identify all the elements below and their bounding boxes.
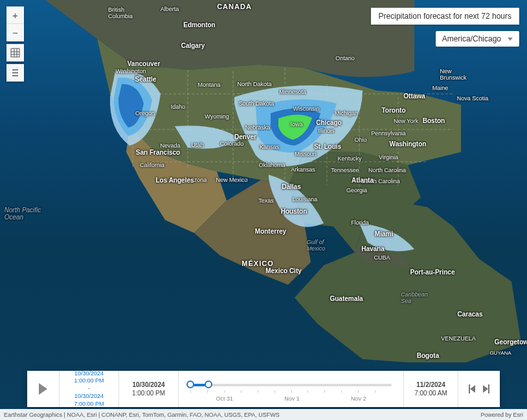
attribution-right: Powered by Esri [480,412,523,418]
toolbar: + − [6,6,24,82]
step-controls [458,371,500,407]
tick-label: Oct 31 [216,395,234,402]
slider-handle-start[interactable] [186,381,194,388]
play-button[interactable] [27,371,60,407]
step-back-button[interactable] [469,384,475,393]
end-time-display: 11/2/2024 7:00:00 AM [404,371,458,407]
basemap-button[interactable] [6,44,24,61]
tick-label: Nov 2 [351,395,366,402]
step-forward-button[interactable] [483,384,489,393]
range-separator: - [88,385,90,393]
chevron-down-icon [508,38,513,41]
current-time-display: 10/30/2024 1:00:00 PM [119,371,179,407]
map-svg [0,0,527,420]
zoom-out-button[interactable]: − [6,24,24,41]
zoom-in-button[interactable]: + [6,6,24,24]
time-slider: 10/30/2024 1:00:00 PM - 10/30/2024 7:00:… [27,371,500,407]
track-labels: Oct 31 Nov 1 Nov 2 [190,395,392,402]
tick-label: Nov 1 [284,395,300,402]
range-start-date: 10/30/2024 [74,370,104,378]
svg-rect-0 [11,49,19,57]
play-icon [39,383,47,395]
attribution-left: Earthstar Geographics | NOAA, Esri | CON… [4,412,280,418]
range-start-time: 1:00:00 PM [74,377,104,385]
attribution-bar: Earthstar Geographics | NOAA, Esri | CON… [0,409,527,420]
triangle-left-icon [470,385,475,393]
zoom-group: + − [6,6,24,41]
basemap-icon [10,48,20,58]
current-date: 10/30/2024 [132,381,164,389]
triangle-right-icon [483,385,488,393]
range-end-time: 7:00:00 PM [74,401,104,408]
range-end-date: 10/30/2024 [74,393,104,401]
info-box: Precipitation forecast for next 72 hours [371,8,519,25]
timezone-dropdown[interactable]: America/Chicago [436,31,519,47]
end-time: 7:00:00 AM [414,389,447,397]
list-icon [10,68,20,78]
slider-track[interactable]: Oct 31 Nov 1 Nov 2 [179,371,404,407]
time-range-display: 10/30/2024 1:00:00 PM - 10/30/2024 7:00:… [60,371,119,407]
bar-icon [488,384,489,393]
current-time: 1:00:00 PM [132,389,165,397]
map-container[interactable] [0,0,527,420]
track-line [190,384,392,386]
slider-handle-end[interactable] [205,381,212,388]
end-date: 11/2/2024 [416,381,445,389]
timezone-value: America/Chicago [442,34,501,43]
legend-button[interactable] [6,64,24,82]
